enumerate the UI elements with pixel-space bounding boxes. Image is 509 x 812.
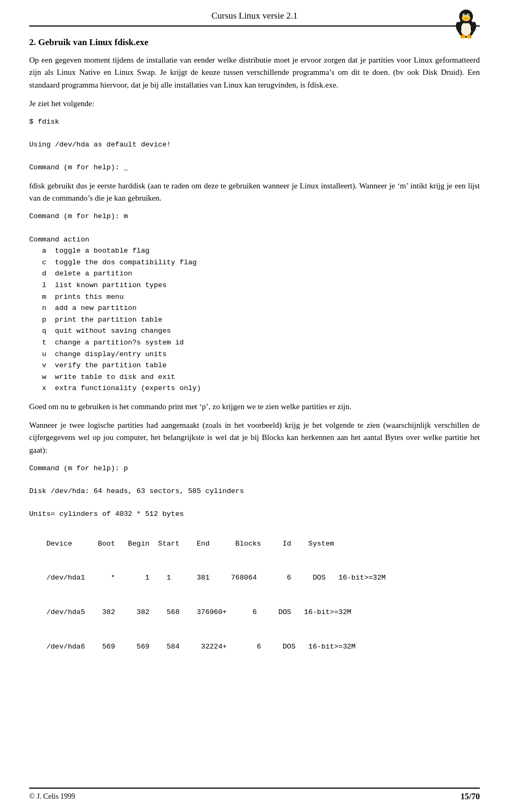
table-row-2: /dev/hda5 382 382 568 376960+ 6 DOS 16-b… <box>46 608 351 616</box>
goed-text: Goed om nu te gebruiken is het commando … <box>29 401 480 413</box>
svg-rect-12 <box>468 34 470 38</box>
fdisk-text: fdisk gebruikt dus je eerste harddisk (a… <box>29 180 480 205</box>
code-block-2: Command (m for help): m Command action a… <box>29 211 480 394</box>
svg-point-8 <box>464 18 468 20</box>
code-block-1: $ fdisk Using /dev/hda as default device… <box>29 116 480 174</box>
tux-logo <box>452 8 480 41</box>
page-header: Cursus Linux versie 2.1 <box>29 11 480 27</box>
footer-copyright: © J. Celis 1999 <box>29 792 75 801</box>
partition-table: Device Boot Begin Start End Blocks Id Sy… <box>29 526 480 664</box>
table-row-3: /dev/hda6 569 569 584 32224+ 6 DOS 16-bi… <box>46 643 355 651</box>
footer-page-number: 15/70 <box>461 792 480 801</box>
intro-paragraph: Op een gegeven moment tijdens de install… <box>29 54 480 91</box>
svg-point-1 <box>461 22 471 36</box>
svg-rect-11 <box>462 34 464 38</box>
section-heading: 2. Gebruik van Linux fdisk.exe <box>29 37 480 48</box>
table-row-1: /dev/hda1 * 1 1 381 768064 6 DOS 16-bit>… <box>46 574 385 582</box>
page-footer: © J. Celis 1999 15/70 <box>29 788 480 801</box>
code-block-3: Command (m for help): p Disk /dev/hda: 6… <box>29 463 480 520</box>
volgende-label: Je ziet het volgende: <box>29 98 480 110</box>
svg-point-7 <box>468 14 469 15</box>
wanneer-text: Wanneer je twee logische partities had a… <box>29 419 480 456</box>
header-title: Cursus Linux versie 2.1 <box>212 11 297 21</box>
table-header: Device Boot Begin Start End Blocks Id Sy… <box>46 540 334 548</box>
svg-point-6 <box>463 14 464 15</box>
